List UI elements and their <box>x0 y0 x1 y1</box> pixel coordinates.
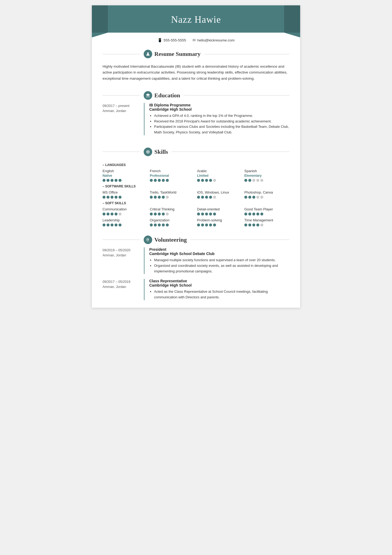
summary-section-header: Resume Summary <box>103 50 289 58</box>
skill-dots <box>197 196 242 199</box>
soft-skills-grid-2: Leadership Organization <box>103 218 289 226</box>
dot <box>107 223 109 226</box>
soft-skills-grid-1: Communication Critical Thinking <box>103 207 289 215</box>
skill-organization: Organization <box>150 218 195 226</box>
bullet-item: Achieved a GPA of 4.0, ranking in the to… <box>154 113 289 119</box>
skill-detail-oriented: Detail-oriented <box>197 207 242 215</box>
dot <box>209 179 212 182</box>
education-section-header: Education <box>103 91 289 100</box>
svg-point-4 <box>147 239 148 240</box>
skill-problem-solving: Problem-solving <box>197 218 242 226</box>
skills-section-header: Skills <box>103 148 289 156</box>
bullet-item: Organized and coordinated society events… <box>154 263 289 274</box>
entry-date: 09/2017 – 05/2019 Amman, Jordan <box>103 279 144 300</box>
summary-title: Resume Summary <box>154 51 201 57</box>
skill-name: Detail-oriented <box>197 207 242 211</box>
dot <box>260 196 263 199</box>
dot <box>119 213 121 215</box>
svg-marker-1 <box>146 94 150 96</box>
dot <box>205 179 208 182</box>
skill-critical-thinking: Critical Thinking <box>150 207 195 215</box>
dot <box>197 213 200 215</box>
skill-dots <box>244 179 289 182</box>
svg-point-3 <box>147 151 149 153</box>
software-grid: MS Office Trello, TaskWorld <box>103 190 289 199</box>
dot <box>244 179 247 182</box>
volunteering-title: Volunteering <box>154 236 187 243</box>
education-entry: 09/2017 – present Amman, Jordan IB Diplo… <box>103 103 289 135</box>
skill-trello: Trello, TaskWorld <box>150 190 195 199</box>
summary-icon <box>144 50 152 58</box>
dot <box>209 213 212 215</box>
section-line-right <box>204 54 289 54</box>
skill-french: French Professional <box>150 169 195 182</box>
dot <box>260 223 263 226</box>
dot <box>119 196 121 199</box>
skill-name: Leadership <box>103 218 148 222</box>
skills-title: Skills <box>154 148 168 155</box>
skill-name: Critical Thinking <box>150 207 195 211</box>
bullet-item: Received the 2018 Principal's Award for … <box>154 119 289 124</box>
skill-dots <box>103 179 148 182</box>
volunteering-entries: 09/2019 – 05/2020 Amman, Jordan Presiden… <box>92 247 300 308</box>
dot <box>205 213 208 215</box>
dot <box>115 179 117 182</box>
education-title: Education <box>154 92 180 99</box>
dot <box>256 213 259 215</box>
entry-date: 09/2019 – 05/2020 Amman, Jordan <box>103 247 144 274</box>
dot <box>166 213 169 215</box>
dot <box>158 213 161 215</box>
dot <box>244 196 247 199</box>
dot <box>166 179 169 182</box>
dot <box>107 196 109 199</box>
entry-bullets-list: Acted as the Class Representative at Sch… <box>149 289 289 300</box>
languages-label: – LANGUAGES <box>103 163 289 167</box>
dot <box>154 196 157 199</box>
dot <box>103 213 105 215</box>
bullet-item: Participated in various Clubs and Societ… <box>154 124 289 135</box>
dot <box>111 223 113 226</box>
dot <box>111 179 113 182</box>
skill-ios: iOS, Windows, Linux <box>197 190 242 199</box>
dot <box>162 179 165 182</box>
email-icon: ✉ <box>193 38 196 42</box>
bullet-item: Managed multiple society functions and s… <box>154 257 289 263</box>
skill-name: Arabic <box>197 169 242 173</box>
education-icon <box>144 91 152 100</box>
section-line-right <box>184 95 289 95</box>
dot <box>252 213 255 215</box>
dot <box>248 223 251 226</box>
skill-level: Professional <box>150 174 195 178</box>
skill-dots <box>197 223 242 226</box>
section-line-left <box>103 240 140 240</box>
entry-org: Cambridge High School Debate Club <box>149 252 289 256</box>
skill-dots <box>103 196 148 199</box>
entry-bullets-list: Achieved a GPA of 4.0, ranking in the to… <box>149 113 289 135</box>
section-line-right <box>172 152 289 152</box>
dot <box>197 223 200 226</box>
entry-content: IB Diploma Programme Cambridge High Scho… <box>144 103 289 135</box>
entry-title: President <box>149 247 289 252</box>
summary-text: Highly motivated International Baccalaur… <box>92 61 300 86</box>
dot <box>201 196 204 199</box>
section-line-right <box>190 240 289 240</box>
skill-dots <box>244 213 289 215</box>
dot <box>260 213 263 215</box>
phone-number: 555-555-5555 <box>164 38 186 42</box>
skill-time-management: Time Management <box>244 218 289 226</box>
dot <box>158 179 161 182</box>
dot <box>115 223 117 226</box>
skill-english: English Native <box>103 169 148 182</box>
skills-content: – LANGUAGES English Native French Profes… <box>92 159 300 231</box>
entry-org: Cambridge High School <box>149 283 289 287</box>
dot <box>158 223 161 226</box>
soft-skills-label: – SOFT SKILLS <box>103 201 289 205</box>
dot <box>205 223 208 226</box>
skill-dots <box>150 179 195 182</box>
dot <box>103 179 105 182</box>
skill-name: Problem-solving <box>197 218 242 222</box>
dot <box>252 223 255 226</box>
dot <box>201 223 204 226</box>
dot <box>154 223 157 226</box>
skill-dots <box>197 213 242 215</box>
